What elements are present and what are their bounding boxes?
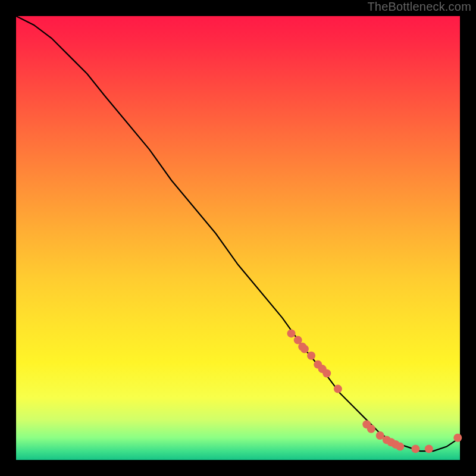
marker-point xyxy=(334,385,342,393)
bottleneck-curve xyxy=(16,16,460,451)
curve-layer xyxy=(16,16,460,460)
watermark-text: TheBottleneck.com xyxy=(367,0,471,14)
marker-point xyxy=(287,329,296,337)
marker-point xyxy=(396,443,404,451)
marker-point xyxy=(367,425,375,433)
chart-canvas: TheBottleneck.com xyxy=(0,0,476,476)
marker-point xyxy=(411,444,419,453)
marker-point xyxy=(453,434,462,442)
marker-points xyxy=(287,329,462,453)
marker-point xyxy=(307,352,315,360)
marker-point xyxy=(322,369,331,378)
marker-point xyxy=(300,345,309,353)
plot-area xyxy=(16,16,460,460)
marker-point xyxy=(425,444,433,453)
